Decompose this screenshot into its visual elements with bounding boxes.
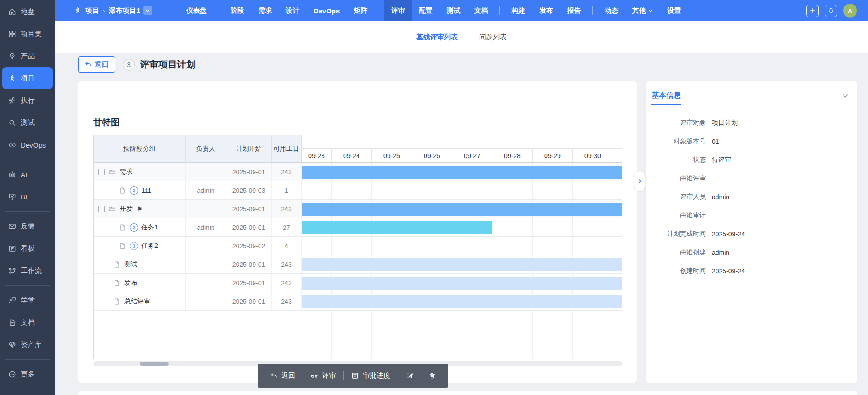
field-label: 创建时间 [646, 267, 706, 275]
sidebar-item-bi[interactable]: BI [0, 185, 55, 208]
info-field-计划完成时间: 计划完成时间2025-09-24 [646, 225, 857, 243]
nav-item-label: 设置 [667, 6, 681, 15]
field-label: 对象版本号 [646, 137, 706, 146]
task-name-cell: 3任务2 [94, 237, 186, 255]
gantt-bar[interactable] [302, 221, 492, 234]
sidebar-item-execution[interactable]: 执行 [0, 89, 55, 111]
gantt-bar[interactable] [302, 258, 622, 271]
chevron-down-icon[interactable] [842, 92, 849, 99]
gantt-row-发布[interactable]: 发布2025-09-01243 [94, 274, 622, 292]
sidebar-item-project[interactable]: 项目 [2, 67, 53, 89]
nav-item-评审[interactable]: 评审 [384, 0, 412, 21]
gantt-bar[interactable] [302, 166, 622, 179]
gantt-bar-cell [302, 218, 622, 236]
sidebar-item-test[interactable]: 测试 [0, 111, 55, 134]
trash-icon [428, 372, 436, 380]
project-switcher[interactable]: 瀑布项目1 [109, 6, 152, 15]
start-date-cell: 2025-09-01 [226, 274, 272, 292]
nav-item-阶段[interactable]: 阶段 [224, 0, 251, 21]
gantt-row-任务1[interactable]: 3任务1admin2025-09-0127 [94, 218, 622, 237]
collapse-minus-icon[interactable] [98, 206, 105, 212]
nav-item-DevOps[interactable]: DevOps [307, 0, 347, 21]
create-button[interactable] [806, 5, 819, 17]
back-button[interactable]: 返回 [78, 56, 115, 73]
sidebar-item-collection[interactable]: 项目集 [0, 23, 55, 45]
page-title: 评审项目计划 [140, 58, 195, 71]
sidebar-item-workflow[interactable]: 工作流 [0, 259, 55, 282]
task-label: 发布 [124, 279, 137, 287]
column-header-owner[interactable]: 负责人 [186, 135, 226, 162]
sidebar-item-product[interactable]: 产品 [0, 45, 55, 67]
sidebar-item-asset[interactable]: 资产库 [0, 333, 55, 356]
nav-item-动态[interactable]: 动态 [597, 0, 625, 21]
start-date-cell: 2025-09-01 [226, 292, 272, 310]
toolbar-审批进度-button[interactable]: 审批进度 [344, 364, 398, 388]
nav-item-测试[interactable]: 测试 [439, 0, 467, 21]
column-header-group[interactable]: 按阶段分组 [94, 135, 186, 162]
sidebar-item-label: 测试 [21, 118, 35, 127]
nav-item-其他[interactable]: 其他 [625, 0, 660, 21]
gantt-row-需求[interactable]: 需求2025-09-01243 [94, 163, 622, 181]
project-dropdown-button[interactable] [143, 6, 152, 15]
nav-item-配置[interactable]: 配置 [412, 0, 439, 21]
gantt-table-header: 按阶段分组 负责人 计划开始 可用工日 09-2309-2409-2509-26… [94, 135, 622, 163]
scrollbar-thumb[interactable] [140, 362, 169, 366]
sidebar-item-devops[interactable]: DevOps [0, 134, 55, 156]
toolbar-评审-button[interactable]: 评审 [303, 364, 343, 388]
column-header-start[interactable]: 计划开始 [226, 135, 272, 162]
workdays-cell: 243 [272, 200, 302, 218]
nav-item-设置[interactable]: 设置 [660, 0, 688, 21]
task-name-cell: 总结评审 [94, 292, 186, 310]
toolbar-edit-button[interactable] [398, 364, 421, 388]
nav-item-矩阵[interactable]: 矩阵 [346, 0, 374, 21]
sidebar-item-doc[interactable]: 文档 [0, 311, 55, 333]
bell-icon [827, 7, 835, 14]
sidebar-item-home[interactable]: 地盘 [0, 0, 55, 23]
gantt-row-总结评审[interactable]: 总结评审2025-09-01243 [94, 292, 622, 311]
nav-item-设计[interactable]: 设计 [279, 0, 307, 21]
gantt-row-开发[interactable]: 开发⚑2025-09-01243 [94, 200, 622, 218]
panel-collapse-handle[interactable] [634, 171, 645, 192]
toolbar-button-label: 返回 [281, 371, 295, 380]
breadcrumb-section[interactable]: 项目 [85, 6, 99, 15]
nav-item-label: 其他 [632, 6, 646, 15]
avatar[interactable]: A [843, 4, 857, 18]
nav-item-构建[interactable]: 构建 [504, 0, 532, 21]
owner-cell [186, 163, 226, 181]
sidebar-item-more[interactable]: 更多 [0, 363, 55, 385]
sidebar-item-label: 项目 [21, 74, 35, 83]
plus-icon [809, 7, 816, 14]
info-field-状态: 状态待评审 [646, 151, 857, 169]
basic-info-panel: 基本信息 评审对象项目计划对象版本号01状态待评审由谁评审评审人员admin由谁… [646, 81, 857, 383]
panel-title[interactable]: 基本信息 [651, 91, 681, 105]
sidebar-item-school[interactable]: 学堂 [0, 289, 55, 311]
gantt-row-111[interactable]: 3111admin2025-09-031 [94, 181, 622, 200]
timeline-date-09-29: 09-29 [532, 149, 572, 162]
collapse-minus-icon[interactable] [98, 169, 105, 175]
tab-基线评审列表[interactable]: 基线评审列表 [416, 33, 458, 42]
back-button-label: 返回 [95, 60, 109, 69]
notifications-button[interactable] [825, 5, 837, 17]
toolbar-trash-button[interactable] [421, 364, 443, 388]
gantt-bar[interactable] [302, 295, 622, 308]
toolbar-返回-button[interactable]: 返回 [262, 364, 303, 388]
sidebar-item-kanban[interactable]: 看板 [0, 237, 55, 259]
nav-item-发布[interactable]: 发布 [532, 0, 560, 21]
chevron-right-icon [637, 179, 643, 184]
nav-item-报告[interactable]: 报告 [560, 0, 588, 21]
gantt-bar[interactable] [302, 277, 622, 290]
tab-问题列表[interactable]: 问题列表 [479, 33, 507, 42]
sidebar-item-ai[interactable]: AI [0, 163, 55, 185]
nav-item-需求[interactable]: 需求 [251, 0, 279, 21]
gantt-bar[interactable] [302, 203, 622, 216]
gantt-row-测试[interactable]: 测试2025-09-01243 [94, 255, 622, 274]
file-icon [118, 223, 127, 232]
sidebar-item-label: 资产库 [21, 340, 42, 349]
column-header-days[interactable]: 可用工日 [272, 135, 302, 162]
workdays-cell: 27 [272, 218, 302, 236]
nav-item-文档[interactable]: 文档 [467, 0, 495, 21]
nav-item-仪表盘[interactable]: 仪表盘 [179, 0, 214, 21]
gantt-row-任务2[interactable]: 3任务22025-09-024 [94, 237, 622, 255]
field-value: admin [712, 193, 729, 201]
sidebar-item-feedback[interactable]: 反馈 [0, 215, 55, 237]
